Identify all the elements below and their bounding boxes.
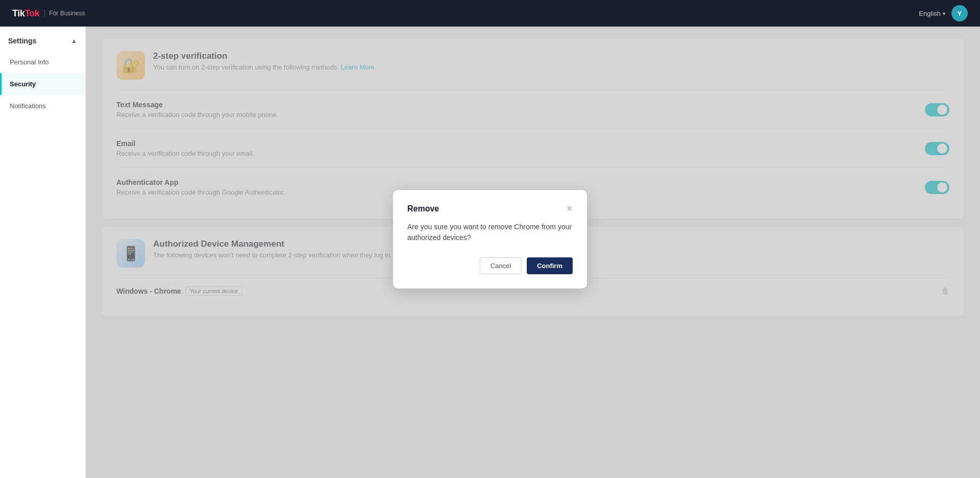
cancel-button[interactable]: Cancel	[480, 257, 522, 274]
dialog-close-button[interactable]: ✕	[566, 205, 573, 213]
dialog-title: Remove	[407, 204, 439, 213]
dialog-footer: Cancel Confirm	[407, 257, 573, 274]
remove-dialog: Remove ✕ Are you sure you want to remove…	[393, 190, 587, 289]
dialog-backdrop: Remove ✕ Are you sure you want to remove…	[0, 0, 980, 478]
dialog-header: Remove ✕	[407, 204, 573, 213]
dialog-body: Are you sure you want to remove Chrome f…	[407, 222, 573, 243]
confirm-button[interactable]: Confirm	[527, 257, 573, 274]
